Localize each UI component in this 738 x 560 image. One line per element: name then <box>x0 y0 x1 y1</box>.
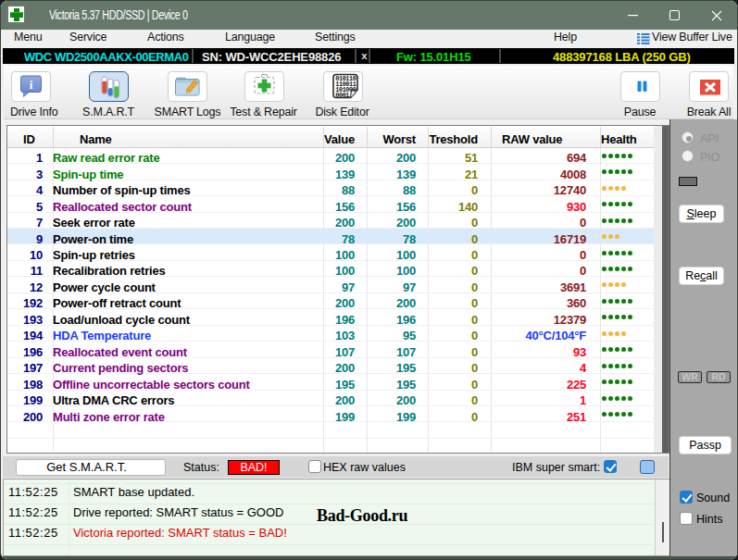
svg-text:0001: 0001 <box>335 92 349 99</box>
svg-text:i: i <box>30 78 33 92</box>
